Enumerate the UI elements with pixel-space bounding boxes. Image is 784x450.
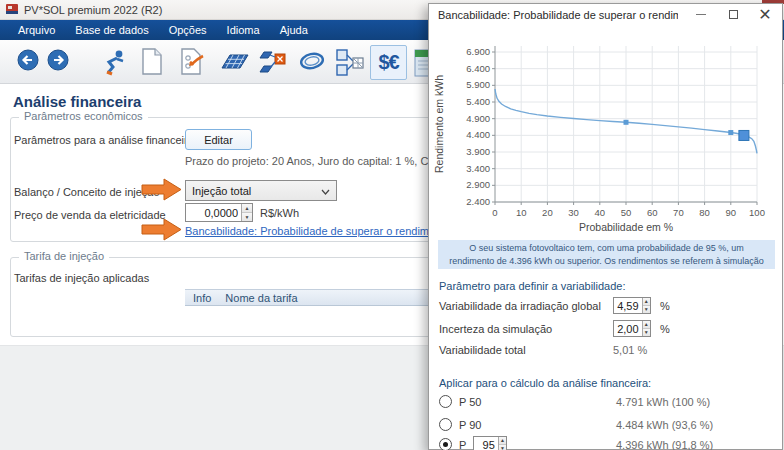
edit-button[interactable]: Editar: [185, 129, 252, 150]
uncertainty-spin-buttons[interactable]: ▲▼: [642, 321, 650, 336]
close-button[interactable]: ✕: [750, 4, 780, 25]
svg-text:20: 20: [542, 207, 553, 218]
forward-icon[interactable]: [46, 48, 70, 72]
cable-icon[interactable]: [297, 48, 327, 74]
svg-text:3.900: 3.900: [466, 146, 490, 157]
app-window: PV*SOL premium 2022 (R2) Arquivo Base de…: [0, 0, 784, 450]
electricity-price-spinner: ▲▼: [185, 203, 253, 222]
radio-p50-label: P 50: [459, 396, 481, 408]
import-document-icon[interactable]: [179, 48, 205, 75]
apply-heading: Aplicar para o cálculo da análise financ…: [439, 377, 651, 389]
p-custom-input[interactable]: [474, 437, 498, 450]
balance-concept-label: Balanço / Conceito de injeção: [14, 186, 160, 198]
applied-tariffs-label: Tarifas de injeção aplicadas: [14, 272, 149, 284]
menu-arquivo[interactable]: Arquivo: [8, 22, 65, 38]
svg-text:50: 50: [621, 207, 632, 218]
result-infobox: O seu sistema fotovoltaico tem, com uma …: [438, 240, 775, 269]
svg-text:4.400: 4.400: [466, 129, 490, 140]
p-custom-spin-buttons[interactable]: ▲▼: [498, 437, 506, 450]
probability-chart: 01020304050607080901002.4002.9003.4003.9…: [431, 30, 779, 242]
radio-p-custom-label: P: [459, 439, 466, 450]
svg-text:100: 100: [749, 207, 765, 218]
balance-concept-select[interactable]: Injeção total: [185, 180, 337, 201]
irradiation-variability-label: Variabilidade da irradiação global: [439, 300, 601, 312]
maximize-button[interactable]: [718, 4, 748, 25]
irradiation-unit: %: [660, 300, 670, 312]
svg-text:40: 40: [595, 207, 606, 218]
p-custom-spinner: ▲▼: [473, 436, 507, 450]
economic-params-title: Parâmetros econômicos: [19, 110, 148, 122]
svg-text:Probabilidade em %: Probabilidade em %: [579, 221, 673, 233]
p90-value: 4.484 kWh (93,6 %): [616, 419, 713, 431]
financial-analysis-button[interactable]: $€: [370, 45, 407, 80]
svg-text:Rendimento em kWh: Rendimento em kWh: [433, 75, 445, 173]
menu-base-de-dados[interactable]: Base de dados: [65, 22, 158, 38]
svg-text:5.400: 5.400: [466, 96, 490, 107]
run-simulation-icon[interactable]: [100, 48, 128, 76]
svg-text:6.900: 6.900: [466, 46, 490, 57]
window-title: PV*SOL premium 2022 (R2): [24, 4, 162, 16]
page-title: Análise financeira: [13, 93, 141, 110]
pv-module-icon[interactable]: [220, 48, 250, 74]
irradiation-spin-buttons[interactable]: ▲▼: [642, 298, 650, 313]
financial-params-label: Parâmetros para a análise financeira: [14, 134, 194, 146]
variability-heading: Parâmetro para definir a variabilidade:: [439, 280, 626, 292]
radio-p90[interactable]: [439, 418, 452, 431]
svg-text:3.400: 3.400: [466, 163, 490, 174]
app-logo-icon: [5, 3, 19, 17]
electricity-price-spin-buttons[interactable]: ▲▼: [241, 204, 252, 221]
radio-p50[interactable]: [439, 395, 452, 408]
svg-text:4.900: 4.900: [466, 113, 490, 124]
radio-p-custom[interactable]: [439, 438, 452, 450]
simulation-uncertainty-label: Incerteza da simulação: [439, 323, 552, 335]
feed-tariff-title: Tarifa de injeção: [19, 250, 109, 262]
svg-text:60: 60: [647, 207, 658, 218]
svg-text:80: 80: [699, 207, 710, 218]
svg-text:30: 30: [568, 207, 579, 218]
irradiation-variability-spinner: ▲▼: [613, 297, 651, 314]
system-diagram-icon[interactable]: [335, 48, 365, 78]
svg-text:2.900: 2.900: [466, 179, 490, 190]
tariff-col-name: Nome da tarifa: [225, 292, 297, 304]
interconnect-icon[interactable]: [258, 48, 288, 76]
simulation-uncertainty-input[interactable]: [614, 321, 642, 336]
bankability-dialog: Bancabilidade: Probabilidade de superar …: [428, 3, 783, 450]
tariff-col-info: Info: [193, 292, 211, 304]
financial-analysis-icon: $€: [378, 51, 398, 74]
svg-text:5.900: 5.900: [466, 79, 490, 90]
svg-text:2.400: 2.400: [466, 196, 490, 207]
simulation-uncertainty-spinner: ▲▼: [613, 320, 651, 337]
back-icon[interactable]: [16, 48, 40, 72]
electricity-price-input[interactable]: [186, 204, 241, 221]
radio-p90-label: P 90: [459, 419, 481, 431]
svg-text:90: 90: [726, 207, 737, 218]
menu-ajuda[interactable]: Ajuda: [270, 22, 318, 38]
uncertainty-unit: %: [660, 323, 670, 335]
svg-text:10: 10: [516, 207, 527, 218]
highlight-arrow-icon: [141, 217, 183, 242]
minimize-button[interactable]: [686, 4, 716, 25]
p-custom-value: 4.396 kWh (91,8 %): [616, 439, 713, 450]
p50-value: 4.791 kWh (100 %): [616, 396, 710, 408]
svg-text:70: 70: [673, 207, 684, 218]
total-variability-label: Variabilidade total: [439, 344, 526, 356]
irradiation-variability-input[interactable]: [614, 298, 642, 313]
price-unit-label: R$/kWh: [260, 207, 299, 219]
chevron-down-icon: [321, 189, 330, 195]
total-variability-value: 5,01 %: [613, 344, 647, 356]
balance-concept-value: Injeção total: [192, 185, 251, 197]
new-document-icon[interactable]: [141, 48, 163, 75]
menu-opcoes[interactable]: Opções: [159, 22, 217, 38]
menu-idioma[interactable]: Idioma: [217, 22, 270, 38]
dialog-title: Bancabilidade: Probabilidade de superar …: [438, 9, 678, 21]
highlight-arrow-icon: [141, 177, 183, 202]
svg-text:6.400: 6.400: [466, 63, 490, 74]
svg-text:0: 0: [492, 207, 497, 218]
